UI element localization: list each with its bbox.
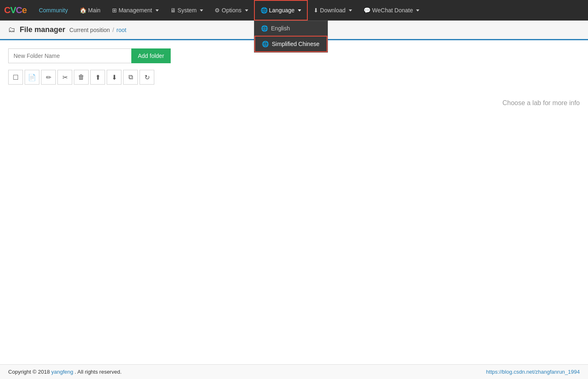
caret-icon (349, 9, 352, 11)
nav-download-btn[interactable]: ⬇ Download (308, 0, 358, 21)
language-dropdown-menu: 🌐 English 🌐 Simplified Chinese (254, 21, 328, 53)
footer-author-link[interactable]: yangfeng (51, 369, 73, 375)
nav-main-dropdown: 🏠 Main (74, 0, 106, 21)
add-folder-button[interactable]: Add folder (131, 48, 171, 63)
brand-logo: CVCe (4, 5, 27, 16)
breadcrumb-root[interactable]: root (117, 27, 126, 33)
copy-button[interactable]: ⧉ (123, 70, 138, 85)
system-icon: 🖥 (170, 7, 176, 14)
globe-icon: 🌐 (261, 7, 268, 14)
nav-system-dropdown: 🖥 System (165, 0, 209, 21)
breadcrumb-prefix: Current position (69, 27, 110, 33)
download-icon: ⬇ (313, 7, 318, 14)
refresh-button[interactable]: ↻ (140, 70, 154, 85)
nav-management-dropdown: ⊞ Management (106, 0, 165, 21)
cut-button[interactable]: ✂ (57, 70, 72, 85)
page-title: File manager (20, 25, 65, 34)
caret-icon (416, 9, 419, 11)
caret-icon (200, 9, 203, 11)
nav-wechat-dropdown: 💬 WeChat Donate (358, 0, 425, 21)
file-manager-icon: 🗂 (8, 25, 16, 34)
nav-language-dropdown: 🌐 Language 🌐 English 🌐 Simplified Chines… (254, 0, 308, 21)
lang-icon: 🌐 (262, 41, 269, 47)
nav-download-dropdown: ⬇ Download (308, 0, 358, 21)
new-folder-input[interactable] (8, 48, 131, 63)
footer-url-link[interactable]: https://blog.csdn.net/zhangfanrun_1994 (486, 369, 580, 375)
wechat-icon: 💬 (364, 7, 371, 14)
lang-icon: 🌐 (261, 25, 268, 32)
footer: Copyright © 2018 yangfeng . All rights r… (0, 364, 588, 379)
delete-button[interactable]: 🗑 (74, 70, 89, 85)
select-all-button[interactable]: ☐ (8, 70, 23, 85)
nav-system-btn[interactable]: 🖥 System (165, 0, 209, 21)
caret-icon (245, 9, 248, 11)
language-english[interactable]: 🌐 English (254, 21, 327, 36)
upload-button[interactable]: ⬆ (90, 70, 105, 85)
content-area: Add folder ☐ 📄 ✏ ✂ 🗑 ⬆ ⬇ ⧉ ↻ Choose a la… (0, 40, 588, 364)
download-file-button[interactable]: ⬇ (107, 70, 121, 85)
language-simplified-chinese[interactable]: 🌐 Simplified Chinese (254, 36, 327, 52)
nav-options-btn[interactable]: ⚙ Options (209, 0, 254, 21)
file-toolbar: ☐ 📄 ✏ ✂ 🗑 ⬆ ⬇ ⧉ ↻ (8, 70, 580, 85)
nav-options-dropdown: ⚙ Options (209, 0, 254, 21)
new-file-button[interactable]: 📄 (25, 70, 39, 85)
nav-language-btn[interactable]: 🌐 Language (254, 0, 308, 21)
breadcrumb: Current position / root (69, 27, 126, 33)
navbar: CVCe Community 🏠 Main ⊞ Management 🖥 Sys… (0, 0, 588, 21)
nav-community[interactable]: Community (33, 0, 74, 21)
footer-url: https://blog.csdn.net/zhangfanrun_1994 (486, 369, 580, 375)
rename-button[interactable]: ✏ (41, 70, 56, 85)
nav-main-btn[interactable]: 🏠 Main (74, 0, 106, 21)
grid-icon: ⊞ (112, 7, 117, 14)
caret-icon (298, 9, 301, 11)
main-info-text: Choose a lab for more info (8, 91, 580, 107)
caret-icon (156, 9, 159, 11)
footer-copyright: Copyright © 2018 yangfeng . All rights r… (8, 369, 121, 375)
nav-management-btn[interactable]: ⊞ Management (106, 0, 165, 21)
cog-icon: ⚙ (215, 7, 220, 14)
nav-wechat-btn[interactable]: 💬 WeChat Donate (358, 0, 425, 21)
breadcrumb-sep: / (112, 27, 114, 33)
home-icon: 🏠 (80, 7, 87, 14)
